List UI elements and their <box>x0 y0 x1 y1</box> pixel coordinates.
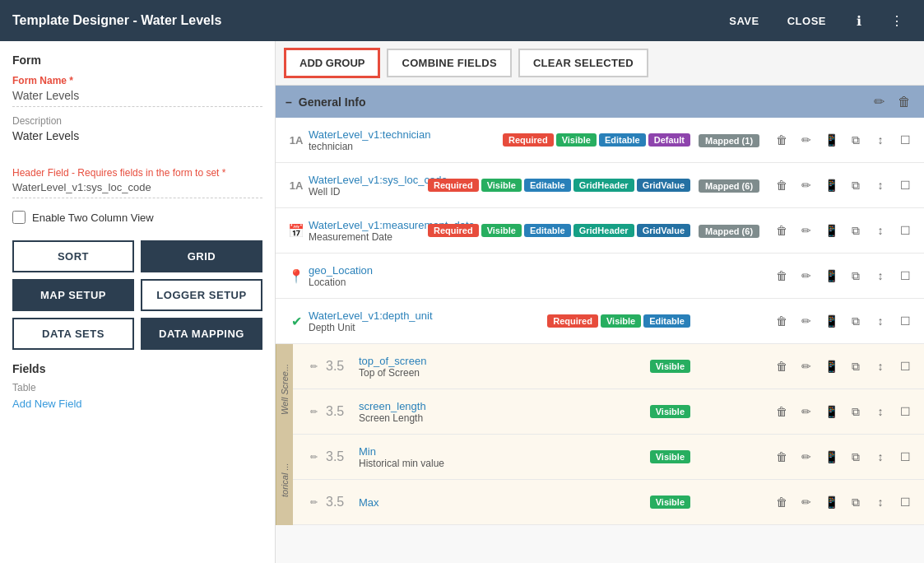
data-mapping-button[interactable]: DATA MAPPING <box>141 318 262 350</box>
field-mobile-btn[interactable]: 📱 <box>820 491 842 513</box>
field-check-btn[interactable]: ☐ <box>894 265 916 286</box>
fields-list: – General Info ✏ 🗑 1A WaterLevel_v1:tech… <box>276 86 924 563</box>
field-mobile-btn[interactable]: 📱 <box>820 265 842 286</box>
field-tech-name-technician: WaterLevel_v1:technician <box>309 128 495 141</box>
content-area: ADD GROUP COMBINE FIELDS CLEAR SELECTED … <box>276 41 924 563</box>
field-delete-btn[interactable]: 🗑 <box>771 401 792 422</box>
field-edit-btn[interactable]: ✏ <box>796 491 817 513</box>
field-move-btn[interactable]: ↕ <box>870 174 891 196</box>
field-tech-name-min: Min <box>359 445 642 458</box>
field-delete-btn[interactable]: 🗑 <box>771 310 792 332</box>
field-edit-btn[interactable]: ✏ <box>796 220 817 241</box>
field-tech-name-screen-length: screen_length <box>359 400 642 412</box>
field-edit-btn[interactable]: ✏ <box>796 356 817 377</box>
field-display-name-depth-unit: Depth Unit <box>309 322 539 333</box>
field-check-btn[interactable]: ☐ <box>894 174 916 196</box>
field-actions-screen-length: 🗑 ✏ 📱 ⧉ ↕ ☐ <box>771 401 916 422</box>
field-move-btn[interactable]: ↕ <box>870 129 891 151</box>
field-badges-measurement-date: Required Visible Editable GridHeader Gri… <box>428 224 690 237</box>
combine-fields-button[interactable]: COMBINE FIELDS <box>387 49 511 77</box>
field-copy-btn[interactable]: ⧉ <box>845 356 866 377</box>
field-row-top-of-screen: ✏ 3.5 top_of_screen Top of Screen Visibl… <box>293 344 924 389</box>
field-edit-btn[interactable]: ✏ <box>796 310 817 332</box>
clear-selected-button[interactable]: CLEAR SELECTED <box>518 49 648 77</box>
badge-gridheader: GridHeader <box>573 179 634 192</box>
field-edit-btn[interactable]: ✏ <box>796 446 817 468</box>
field-tech-name-geo-location: geo_Location <box>309 264 682 277</box>
field-delete-btn[interactable]: 🗑 <box>771 446 792 468</box>
field-check-btn[interactable]: ☐ <box>894 401 916 422</box>
field-check-btn[interactable]: ☐ <box>894 491 916 513</box>
badge-visible: Visible <box>481 179 522 192</box>
field-display-name-measurement-date: Measurement Date <box>309 231 420 243</box>
field-edit-btn[interactable]: ✏ <box>796 174 817 196</box>
field-edit-btn[interactable]: ✏ <box>796 265 817 286</box>
field-move-btn[interactable]: ↕ <box>870 310 891 332</box>
field-delete-btn[interactable]: 🗑 <box>771 491 792 513</box>
field-num-max: 3.5 <box>326 495 359 509</box>
group-edit-button[interactable]: ✏ <box>871 92 888 111</box>
field-actions-measurement-date: 🗑 ✏ 📱 ⧉ ↕ ☐ <box>771 220 916 241</box>
field-mobile-btn[interactable]: 📱 <box>820 401 842 422</box>
field-icon-min: ✏ <box>301 452 326 463</box>
field-icon-technician: 1A <box>284 134 309 147</box>
data-sets-button[interactable]: DATA SETS <box>12 318 134 350</box>
field-info-sys-loc-code: WaterLevel_v1:sys_loc_code Well ID <box>309 174 420 198</box>
field-move-btn[interactable]: ↕ <box>870 356 891 377</box>
field-check-btn[interactable]: ☐ <box>894 129 916 151</box>
field-copy-btn[interactable]: ⧉ <box>845 265 866 286</box>
field-move-btn[interactable]: ↕ <box>870 491 891 513</box>
field-move-btn[interactable]: ↕ <box>870 446 891 468</box>
badge-required: Required <box>428 179 479 192</box>
add-group-button[interactable]: ADD GROUP <box>284 48 380 78</box>
field-copy-btn[interactable]: ⧉ <box>845 446 866 468</box>
field-delete-btn[interactable]: 🗑 <box>771 129 792 151</box>
field-tech-name-max: Max <box>359 496 642 509</box>
field-move-btn[interactable]: ↕ <box>870 220 891 241</box>
add-new-field-link[interactable]: Add New Field <box>12 398 82 410</box>
info-button[interactable]: ℹ <box>844 6 874 35</box>
field-display-name-technician: technician <box>309 141 495 152</box>
field-delete-btn[interactable]: 🗑 <box>771 220 792 241</box>
field-copy-btn[interactable]: ⧉ <box>845 491 866 513</box>
field-mobile-btn[interactable]: 📱 <box>820 129 842 151</box>
group-delete-button[interactable]: 🗑 <box>894 93 914 111</box>
save-button[interactable]: SAVE <box>719 10 768 32</box>
field-edit-btn[interactable]: ✏ <box>796 129 817 151</box>
field-mobile-btn[interactable]: 📱 <box>820 174 842 196</box>
field-info-geo-location: geo_Location Location <box>309 264 682 288</box>
field-copy-btn[interactable]: ⧉ <box>845 220 866 241</box>
field-copy-btn[interactable]: ⧉ <box>845 310 866 332</box>
field-check-btn[interactable]: ☐ <box>894 446 916 468</box>
grid-button[interactable]: GRID <box>141 240 262 272</box>
field-move-btn[interactable]: ↕ <box>870 401 891 422</box>
field-move-btn[interactable]: ↕ <box>870 265 891 286</box>
two-column-checkbox[interactable] <box>12 211 26 224</box>
field-info-screen-length: screen_length Screen Length <box>359 400 642 424</box>
field-mobile-btn[interactable]: 📱 <box>820 446 842 468</box>
field-check-btn[interactable]: ☐ <box>894 310 916 332</box>
map-setup-button[interactable]: MAP SETUP <box>12 279 134 311</box>
field-tech-name-sys-loc-code: WaterLevel_v1:sys_loc_code <box>309 174 420 186</box>
badge-visible: Visible <box>650 496 690 509</box>
field-mobile-btn[interactable]: 📱 <box>820 310 842 332</box>
field-copy-btn[interactable]: ⧉ <box>845 401 866 422</box>
field-copy-btn[interactable]: ⧉ <box>845 129 866 151</box>
field-row-sys-loc-code: 1A WaterLevel_v1:sys_loc_code Well ID Re… <box>276 163 924 208</box>
header-field-value: WaterLevel_v1:sys_loc_code <box>12 181 262 198</box>
field-check-btn[interactable]: ☐ <box>894 220 916 241</box>
field-delete-btn[interactable]: 🗑 <box>771 265 792 286</box>
field-mobile-btn[interactable]: 📱 <box>820 220 842 241</box>
close-button[interactable]: CLOSE <box>778 10 836 32</box>
more-options-button[interactable]: ⋮ <box>882 6 912 35</box>
field-edit-btn[interactable]: ✏ <box>796 401 817 422</box>
field-copy-btn[interactable]: ⧉ <box>845 174 866 196</box>
field-delete-btn[interactable]: 🗑 <box>771 356 792 377</box>
field-delete-btn[interactable]: 🗑 <box>771 174 792 196</box>
field-mobile-btn[interactable]: 📱 <box>820 356 842 377</box>
logger-setup-button[interactable]: LOGGER SETUP <box>141 279 262 311</box>
field-actions-max: 🗑 ✏ 📱 ⧉ ↕ ☐ <box>771 491 916 513</box>
group-collapse-icon[interactable]: – <box>286 95 292 109</box>
field-check-btn[interactable]: ☐ <box>894 356 916 377</box>
sort-button[interactable]: SORT <box>12 240 134 272</box>
